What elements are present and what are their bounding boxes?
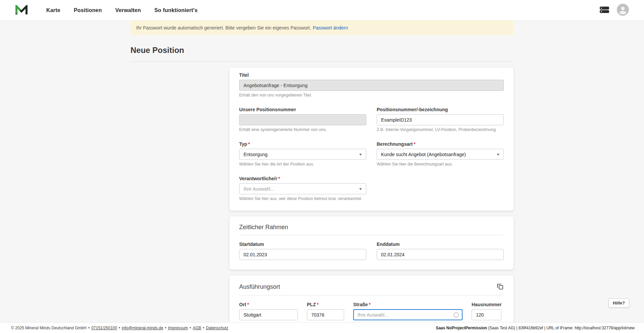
berechnungsart-label-text: Berechnungsart — [377, 141, 413, 147]
ort-input[interactable] — [239, 309, 298, 320]
startdatum-field: Startdatum — [239, 242, 366, 260]
server-icon-button[interactable] — [599, 6, 609, 15]
typ-field: Typ* Entsorgung Wählen Sie hier die Art … — [239, 141, 366, 166]
banner-text: Ihr Passwort wurde automatisch generiert… — [136, 25, 311, 30]
ort-label: Ort* — [239, 302, 298, 307]
dropdown-arrow-icon — [359, 188, 362, 190]
berechnungsart-field: Berechnungsart* Kunde sucht Angebot (Ang… — [377, 141, 504, 166]
enddatum-label: Enddatum — [377, 242, 504, 247]
page-title: Neue Position — [130, 46, 514, 55]
password-banner: Ihr Passwort wurde automatisch generiert… — [130, 20, 514, 35]
footer: © 2025 Mineral Minds Deutschland GmbH • … — [0, 322, 644, 333]
titel-field: Titel Erhält den von uns vorgegebenen Ti… — [239, 72, 504, 97]
required-marker: * — [247, 302, 249, 307]
plz-input[interactable] — [307, 309, 344, 320]
footer-app-details: (Saas Test AG) | 839f416b92ef | URL of i… — [487, 326, 635, 330]
footer-app-info: Saas NoProjectPermission (Saas Test AG) … — [436, 326, 635, 330]
nav-item-so-funktionierts[interactable]: So funktioniert's — [154, 7, 198, 13]
navbar: Karte Positionen Verwalten So funktionie… — [0, 0, 644, 20]
verantwortliche-label-text: Verantwortliche/r — [239, 176, 277, 181]
verantwortliche-label: Verantwortliche/r* — [239, 176, 366, 181]
titel-input — [239, 80, 504, 91]
zeitraum-heading: Zeitlicher Rahmen — [239, 224, 504, 231]
verantwortliche-helper: Wählen Sie hier aus, wer diese Position … — [239, 196, 366, 201]
strasse-label-text: Straße — [353, 302, 368, 307]
startdatum-input[interactable] — [239, 249, 366, 260]
positionsbezeichnung-input[interactable] — [377, 114, 504, 125]
hausnummer-input[interactable] — [472, 309, 501, 320]
footer-separator: • — [165, 326, 166, 330]
strasse-input[interactable] — [353, 309, 463, 320]
berechnungsart-label: Berechnungsart* — [377, 141, 504, 147]
titel-label-text: Titel — [239, 72, 249, 78]
footer-app-name: Saas NoProjectPermission — [436, 326, 487, 330]
zeitraum-card: Zeitlicher Rahmen Startdatum Enddatum — [229, 216, 514, 270]
unsere-positionsnummer-label: Unsere Positionsnummer — [239, 107, 366, 112]
ausfuehrungsort-heading-block: Ausführungsort — [239, 283, 504, 295]
footer-copyright: © 2025 Mineral Minds Deutschland GmbH — [11, 326, 87, 330]
verantwortliche-select-placeholder: Ihre Auswahl... — [244, 186, 274, 192]
loading-spinner-icon — [453, 312, 459, 318]
enddatum-label-text: Enddatum — [377, 242, 399, 247]
main-content: Ihr Passwort wurde automatisch generiert… — [130, 0, 514, 333]
berechnungsart-select[interactable]: Kunde sucht Angebot (Angebotsanfrage) — [377, 149, 504, 160]
typ-label-text: Typ — [239, 141, 247, 147]
change-password-link[interactable]: Passwort ändern — [313, 25, 348, 30]
enddatum-field: Enddatum — [377, 242, 504, 260]
form-column: Titel Erhält den von uns vorgegebenen Ti… — [229, 68, 514, 333]
avatar-button[interactable] — [617, 4, 629, 17]
nav-item-verwalten[interactable]: Verwalten — [115, 7, 141, 13]
footer-datenschutz-link[interactable]: Datenschutz — [206, 326, 228, 330]
verantwortliche-select[interactable]: Ihre Auswahl... — [239, 183, 366, 194]
startdatum-label: Startdatum — [239, 242, 366, 247]
logo-icon[interactable] — [15, 5, 28, 16]
main-nav: Karte Positionen Verwalten So funktionie… — [46, 7, 198, 13]
unsere-positionsnummer-input — [239, 114, 366, 125]
footer-separator: • — [119, 326, 120, 330]
verantwortliche-field: Verantwortliche/r* Ihre Auswahl... Wähle… — [239, 176, 366, 201]
footer-separator: • — [88, 326, 90, 330]
footer-separator: • — [203, 326, 204, 330]
unsere-positionsnummer-helper: Erhält eine systemgenerierte Nummer von … — [239, 127, 366, 132]
basics-card: Titel Erhält den von uns vorgegebenen Ti… — [229, 68, 514, 211]
typ-select[interactable]: Entsorgung — [239, 149, 366, 160]
footer-phone-link[interactable]: 07151/250100 — [91, 326, 117, 330]
footer-impressum-link[interactable]: Impressum — [168, 326, 188, 330]
positionsbezeichnung-helper: Z.B. Interne-Vorgangsnummer, LV-Position… — [377, 127, 504, 132]
footer-left: © 2025 Mineral Minds Deutschland GmbH • … — [11, 326, 228, 330]
required-marker: * — [248, 141, 250, 147]
server-icon — [599, 6, 609, 15]
copy-icon — [496, 283, 504, 291]
plz-label: PLZ* — [307, 302, 344, 307]
required-marker: * — [278, 176, 280, 181]
dropdown-arrow-icon — [497, 154, 499, 155]
hausnummer-field: Hausnummer — [472, 302, 501, 320]
strasse-label: Straße* — [353, 302, 463, 307]
nav-item-positionen[interactable]: Positionen — [74, 7, 102, 13]
footer-email-link[interactable]: info@mineral-minds.de — [122, 326, 163, 330]
required-marker: * — [369, 302, 371, 307]
ausfuehrungsort-heading: Ausführungsort — [239, 283, 280, 290]
footer-agb-link[interactable]: AGB — [193, 326, 201, 330]
berechnungsart-select-value: Kunde sucht Angebot (Angebotsanfrage) — [381, 152, 466, 157]
typ-label: Typ* — [239, 141, 366, 147]
ort-label-text: Ort — [239, 302, 246, 307]
copy-button[interactable] — [496, 283, 504, 291]
required-marker: * — [414, 141, 415, 147]
hausnummer-label-text: Hausnummer — [472, 302, 501, 307]
startdatum-label-text: Startdatum — [239, 242, 264, 247]
titel-label: Titel — [239, 72, 504, 78]
enddatum-input[interactable] — [377, 249, 504, 260]
avatar-icon — [617, 4, 629, 17]
titel-helper: Erhält den von uns vorgegebenen Titel. — [239, 93, 504, 97]
typ-select-value: Entsorgung — [244, 152, 268, 157]
navbar-right — [599, 4, 629, 17]
footer-separator: • — [190, 326, 191, 330]
ort-field: Ort* — [239, 302, 298, 320]
help-button[interactable]: Hilfe? — [608, 298, 629, 308]
required-marker: * — [317, 302, 318, 307]
dropdown-arrow-icon — [359, 154, 362, 155]
nav-item-karte[interactable]: Karte — [46, 7, 60, 13]
unsere-positionsnummer-label-text: Unsere Positionsnummer — [239, 107, 296, 112]
unsere-positionsnummer-field: Unsere Positionsnummer Erhält eine syste… — [239, 107, 366, 132]
